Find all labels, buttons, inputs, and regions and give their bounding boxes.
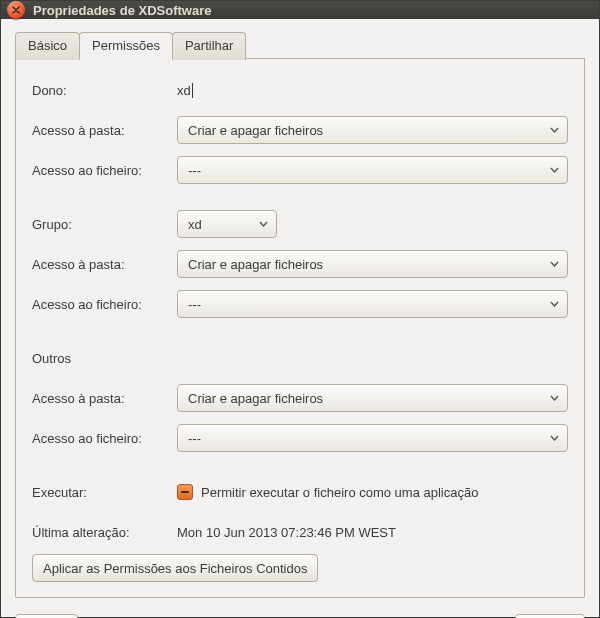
titlebar: Propriedades de XDSoftware <box>1 1 599 19</box>
apply-permissions-button[interactable]: Aplicar as Permissões aos Ficheiros Cont… <box>32 554 318 582</box>
tab-share[interactable]: Partilhar <box>172 32 246 60</box>
owner-label: Dono: <box>32 83 177 98</box>
chevron-down-icon <box>547 261 561 267</box>
properties-window: Propriedades de XDSoftware Básico Permis… <box>0 0 600 618</box>
group-file-access-value: --- <box>188 297 201 312</box>
group-file-access-label: Acesso ao ficheiro: <box>32 297 177 312</box>
group-label: Grupo: <box>32 217 177 232</box>
tab-basic[interactable]: Básico <box>15 32 80 60</box>
permissions-panel: Dono: xd Acesso à pasta: Criar e apagar … <box>15 59 585 598</box>
others-label: Outros <box>32 351 177 366</box>
chevron-down-icon <box>547 301 561 307</box>
chevron-down-icon <box>547 435 561 441</box>
execute-label: Executar: <box>32 485 177 500</box>
owner-file-access-label: Acesso ao ficheiro: <box>32 163 177 178</box>
others-file-access-label: Acesso ao ficheiro: <box>32 431 177 446</box>
others-folder-access-combo[interactable]: Criar e apagar ficheiros <box>177 384 568 412</box>
execute-description: Permitir executar o ficheiro como uma ap… <box>201 485 478 500</box>
help-button[interactable]: Ajuda <box>15 614 78 618</box>
execute-checkbox[interactable] <box>177 484 193 500</box>
text-cursor <box>192 83 193 98</box>
owner-text: xd <box>177 83 191 98</box>
chevron-down-icon <box>256 221 270 227</box>
group-folder-access-label: Acesso à pasta: <box>32 257 177 272</box>
others-folder-access-label: Acesso à pasta: <box>32 391 177 406</box>
group-folder-access-combo[interactable]: Criar e apagar ficheiros <box>177 250 568 278</box>
group-file-access-combo[interactable]: --- <box>177 290 568 318</box>
owner-folder-access-combo[interactable]: Criar e apagar ficheiros <box>177 116 568 144</box>
group-value: xd <box>188 217 202 232</box>
content-area: Básico Permissões Partilhar Dono: xd Ace… <box>1 19 599 618</box>
chevron-down-icon <box>547 395 561 401</box>
owner-file-access-value: --- <box>188 163 201 178</box>
window-title: Propriedades de XDSoftware <box>33 3 211 18</box>
dialog-footer: Ajuda Fechar <box>15 598 585 618</box>
minus-icon <box>181 491 189 493</box>
group-folder-access-value: Criar e apagar ficheiros <box>188 257 323 272</box>
others-folder-access-value: Criar e apagar ficheiros <box>188 391 323 406</box>
last-change-label: Última alteração: <box>32 525 177 540</box>
close-button[interactable]: Fechar <box>515 614 585 618</box>
tabs: Básico Permissões Partilhar <box>15 31 585 59</box>
close-icon[interactable] <box>7 1 25 19</box>
group-combo[interactable]: xd <box>177 210 277 238</box>
others-file-access-combo[interactable]: --- <box>177 424 568 452</box>
last-change-value: Mon 10 Jun 2013 07:23:46 PM WEST <box>177 525 396 540</box>
chevron-down-icon <box>547 127 561 133</box>
others-file-access-value: --- <box>188 431 201 446</box>
owner-value[interactable]: xd <box>177 83 193 98</box>
owner-folder-access-label: Acesso à pasta: <box>32 123 177 138</box>
owner-file-access-combo[interactable]: --- <box>177 156 568 184</box>
owner-folder-access-value: Criar e apagar ficheiros <box>188 123 323 138</box>
chevron-down-icon <box>547 167 561 173</box>
tab-permissions[interactable]: Permissões <box>79 32 173 60</box>
